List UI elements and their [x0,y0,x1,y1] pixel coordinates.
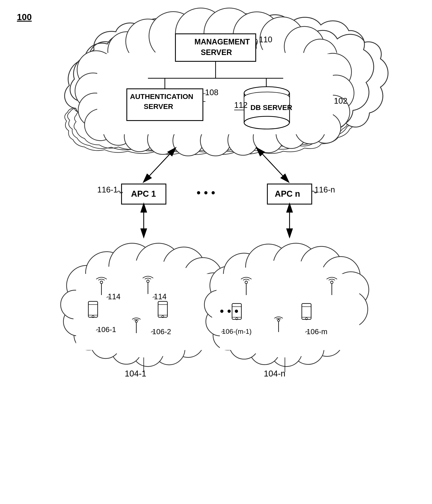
ref-108-label: 108 [205,88,218,97]
ref-106-1-label: 106-1 [97,325,116,333]
diagram-container: 100 [0,0,432,504]
db-server-cylinder-bottom [244,116,289,129]
ellipsis-bottom: • • • [220,305,238,318]
ref-106-m-label: 106-m [307,327,327,336]
device-106-m [302,304,311,320]
ref-106-2-label: 106-2 [152,327,171,336]
apc1-label: APC 1 [131,189,156,198]
svg-rect-36 [244,97,289,104]
svg-rect-91 [158,301,168,317]
ref-114b-label: 114 [154,292,167,301]
ref-114a-label: 114 [108,292,121,301]
ref-104-1-label: 104-1 [125,369,146,378]
ref-110-label: 110 [259,35,272,44]
db-server-label: DB SERVER [250,103,292,111]
ref-104-n-label: 104-n [264,369,285,378]
device-106-2 [158,301,168,318]
device-106-1 [88,301,98,318]
ref-112-label: 112 [234,101,247,109]
svg-rect-85 [88,301,98,317]
management-server-label-line2: SERVER [201,48,232,57]
ref-116-1-label: 116-1 [97,185,118,194]
figure-label: 100 [17,12,32,22]
auth-server-label-line2: SERVER [144,102,173,110]
svg-rect-105 [302,304,311,319]
apcn-label: APC n [275,189,300,198]
ref-106-m1-label: 106-(m-1) [222,328,252,335]
auth-server-label-line1: AUTHENTICATION [130,92,193,100]
management-server-label-line1: MANAGEMENT [194,37,250,46]
ellipsis-top: • • • [197,186,215,199]
ref-116-n-label: 116-n [315,185,335,194]
